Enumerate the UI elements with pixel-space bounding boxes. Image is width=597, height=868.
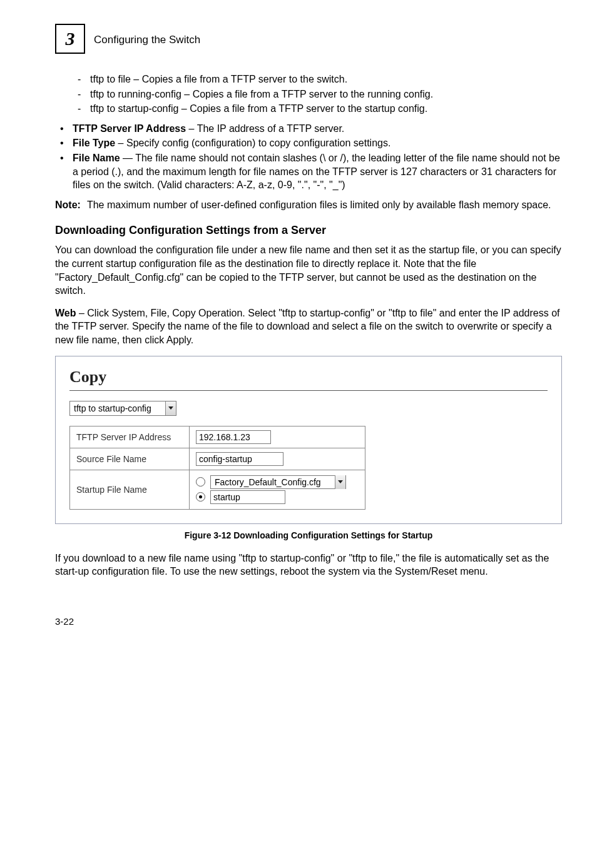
list-item: •File Name — The file name should not co… [60, 151, 562, 192]
list-item: •File Type – Specify config (configurati… [60, 136, 562, 150]
bullet-bold: File Name [73, 153, 120, 163]
table-row: Startup File Name Factory_Default_Config… [70, 470, 365, 509]
radio-icon[interactable] [196, 477, 205, 487]
list-item: •TFTP Server IP Address – The IP address… [60, 122, 562, 136]
ip-address-label: TFTP Server IP Address [70, 426, 190, 448]
screenshot-title: Copy [69, 368, 548, 386]
operation-select-value: tftp to startup-config [70, 403, 165, 413]
bullet-marker: • [60, 122, 73, 136]
paragraph: Web – Click System, File, Copy Operation… [55, 306, 562, 347]
list-item: -tftp to file – Copies a file from a TFT… [78, 73, 562, 86]
dash-marker: - [78, 73, 90, 86]
bullet-list: •TFTP Server IP Address – The IP address… [55, 122, 562, 192]
list-text: File Name — The file name should not con… [73, 151, 562, 192]
radio-option-b[interactable] [196, 490, 359, 504]
startup-file-select-value: Factory_Default_Config.cfg [211, 477, 335, 487]
source-file-label: Source File Name [70, 448, 190, 470]
source-file-input[interactable] [196, 452, 283, 466]
table-row: Source File Name [70, 448, 365, 470]
list-item: -tftp to startup-config – Copies a file … [78, 102, 562, 116]
note-text: The maximum number of user-defined confi… [87, 198, 551, 212]
startup-file-select[interactable]: Factory_Default_Config.cfg [210, 475, 346, 489]
section-heading: Downloading Configuration Settings from … [55, 224, 562, 237]
bullet-marker: • [60, 151, 73, 192]
startup-file-label: Startup File Name [70, 470, 190, 509]
note-block: Note: The maximum number of user-defined… [55, 198, 562, 212]
paragraph: You can download the configuration file … [55, 243, 562, 297]
list-text: tftp to startup-config – Copies a file f… [90, 102, 427, 116]
ui-screenshot-copy: Copy tftp to startup-config TFTP Server … [55, 356, 562, 524]
page-number: 3-22 [55, 616, 562, 627]
divider [69, 390, 548, 391]
bullet-rest: – The IP address of a TFTP server. [186, 123, 344, 134]
table-row: TFTP Server IP Address [70, 426, 365, 448]
chapter-number-badge: 3 [55, 24, 85, 54]
startup-file-cell: Factory_Default_Config.cfg [190, 470, 365, 509]
page-header: 3 Configuring the Switch [55, 25, 562, 55]
operation-select[interactable]: tftp to startup-config [69, 401, 176, 416]
bullet-rest: – Specify config (configuration) to copy… [115, 138, 390, 148]
radio-icon[interactable] [196, 492, 205, 502]
list-text: tftp to running-config – Copies a file f… [90, 88, 433, 101]
bullet-rest: — The file name should not contain slash… [73, 153, 560, 190]
header-title: Configuring the Switch [94, 34, 200, 46]
paragraph-rest: – Click System, File, Copy Operation. Se… [55, 308, 560, 345]
chevron-down-icon[interactable] [335, 475, 345, 489]
dash-marker: - [78, 88, 90, 101]
radio-option-a[interactable]: Factory_Default_Config.cfg [196, 475, 359, 489]
source-file-cell [190, 448, 365, 470]
ip-address-cell [190, 426, 365, 448]
note-label: Note: [55, 198, 81, 212]
config-table: TFTP Server IP Address Source File Name … [69, 426, 365, 510]
list-text: TFTP Server IP Address – The IP address … [73, 122, 344, 136]
paragraph: If you download to a new file name using… [55, 552, 562, 578]
ip-address-input[interactable] [196, 430, 271, 444]
list-text: File Type – Specify config (configuratio… [73, 136, 390, 150]
paragraph-lead-bold: Web [55, 308, 76, 318]
bullet-bold: File Type [73, 138, 115, 148]
chevron-down-icon[interactable] [165, 401, 176, 415]
list-text: tftp to file – Copies a file from a TFTP… [90, 73, 347, 86]
bullet-bold: TFTP Server IP Address [73, 123, 186, 134]
bullet-marker: • [60, 136, 73, 150]
list-item: -tftp to running-config – Copies a file … [78, 88, 562, 101]
dash-marker: - [78, 102, 90, 116]
startup-file-input[interactable] [210, 490, 285, 504]
figure-caption: Figure 3-12 Downloading Configuration Se… [55, 530, 562, 540]
nested-dash-list: -tftp to file – Copies a file from a TFT… [78, 73, 562, 116]
